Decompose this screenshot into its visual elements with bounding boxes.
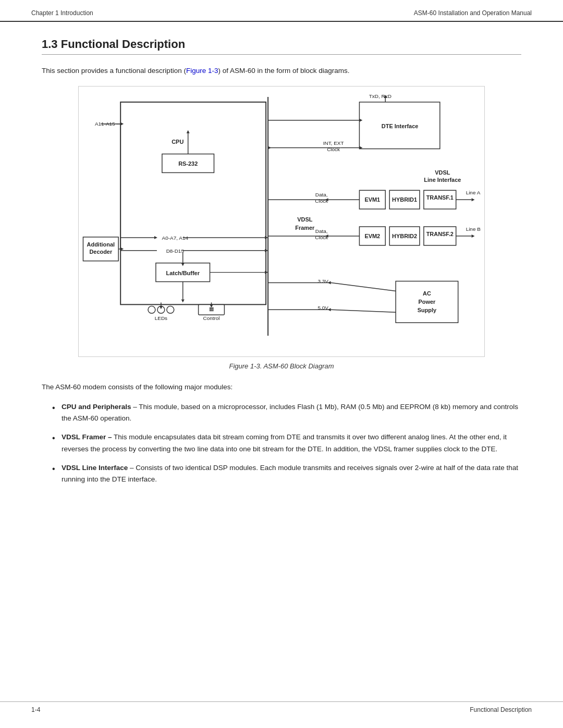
footer-right: Functional Description <box>470 706 532 713</box>
svg-text:RS-232: RS-232 <box>178 161 198 167</box>
svg-text:INT, EXT: INT, EXT <box>323 140 344 145</box>
svg-text:Data,: Data, <box>315 192 328 198</box>
svg-text:Supply: Supply <box>418 307 437 313</box>
bullet-1-text: This module encapsulates data bit stream… <box>62 433 507 452</box>
svg-text:HYBRID2: HYBRID2 <box>392 232 417 239</box>
section-number: 1.3 <box>42 38 58 51</box>
section-title: 1.3 Functional Description <box>42 38 521 55</box>
bullet-1-bold: VDSL Framer – <box>62 433 112 441</box>
svg-marker-57 <box>268 146 271 149</box>
svg-text:Clock: Clock <box>315 198 328 204</box>
main-content: 1.3 Functional Description This section … <box>0 22 563 513</box>
svg-marker-39 <box>160 306 163 309</box>
svg-text:HYBRID1: HYBRID1 <box>392 196 417 203</box>
svg-point-31 <box>148 306 155 313</box>
svg-text:Control: Control <box>203 315 219 321</box>
svg-text:D8-D15: D8-D15 <box>166 248 185 253</box>
svg-text:AC: AC <box>423 290 431 297</box>
list-item-2: VDSL Line Interface – Consists of two id… <box>52 462 521 486</box>
svg-text:LEDs: LEDs <box>155 315 167 321</box>
svg-text:Clock: Clock <box>315 234 328 240</box>
figure-caption: Figure 1-3. ASM-60 Block Diagram <box>42 362 521 370</box>
intro-paragraph: This section provides a functional descr… <box>42 65 521 77</box>
figure-link[interactable]: Figure 1-3 <box>186 67 218 75</box>
footer-left: 1-4 <box>31 706 40 713</box>
svg-text:VDSL: VDSL <box>435 169 450 176</box>
svg-text:VDSL: VDSL <box>297 216 312 223</box>
svg-text:Latch/Buffer: Latch/Buffer <box>166 269 200 276</box>
header-left: Chapter 1 Introduction <box>31 9 93 17</box>
block-diagram: CPU A11-A15 RS-232 Additional Decoder A0… <box>78 86 485 357</box>
svg-text:EVM1: EVM1 <box>364 196 380 203</box>
section-heading: Functional Description <box>61 38 185 51</box>
page-footer: 1-4 Functional Description <box>0 701 563 718</box>
bullet-list: CPU and Peripherals – This module, based… <box>42 401 521 486</box>
svg-text:TxD, RxD: TxD, RxD <box>369 93 391 99</box>
bullet-2-dash: – <box>128 464 136 472</box>
svg-point-33 <box>167 306 174 313</box>
svg-text:Line A: Line A <box>466 190 481 195</box>
bullet-2-bold: VDSL Line Interface <box>62 464 128 472</box>
svg-text:EVM2: EVM2 <box>364 232 380 239</box>
body-text: The ASM-60 modem consists of the followi… <box>42 381 521 393</box>
svg-marker-87 <box>472 234 475 237</box>
svg-marker-71 <box>472 198 475 201</box>
header-right: ASM-60 Installation and Operation Manual <box>414 9 532 17</box>
list-item-1: VDSL Framer – This module encapsulates d… <box>52 431 521 455</box>
svg-text:Data,: Data, <box>315 228 328 234</box>
bullet-0-dash: – <box>131 403 139 411</box>
svg-text:DTE Interface: DTE Interface <box>382 122 419 129</box>
svg-text:TRANSF.1: TRANSF.1 <box>426 194 454 201</box>
svg-text:Framer: Framer <box>295 225 315 231</box>
intro-text-before: This section provides a functional descr… <box>42 67 186 75</box>
svg-text:Clock: Clock <box>327 146 340 152</box>
page-header: Chapter 1 Introduction ASM-60 Installati… <box>0 0 563 22</box>
svg-text:Line B: Line B <box>466 226 481 232</box>
svg-text:TRANSF.2: TRANSF.2 <box>426 230 454 237</box>
svg-text:Decoder: Decoder <box>89 248 113 254</box>
bullet-0-bold: CPU and Peripherals <box>62 403 131 411</box>
svg-text:Power: Power <box>419 299 436 305</box>
svg-text:Line Interface: Line Interface <box>424 177 461 183</box>
list-item-0: CPU and Peripherals – This module, based… <box>52 401 521 425</box>
svg-text:CPU: CPU <box>172 138 183 144</box>
svg-line-93 <box>331 282 396 291</box>
intro-text-after: ) of ASM-60 in the form of block diagram… <box>218 67 349 75</box>
svg-text:Additional: Additional <box>87 241 115 247</box>
svg-line-97 <box>331 310 396 312</box>
